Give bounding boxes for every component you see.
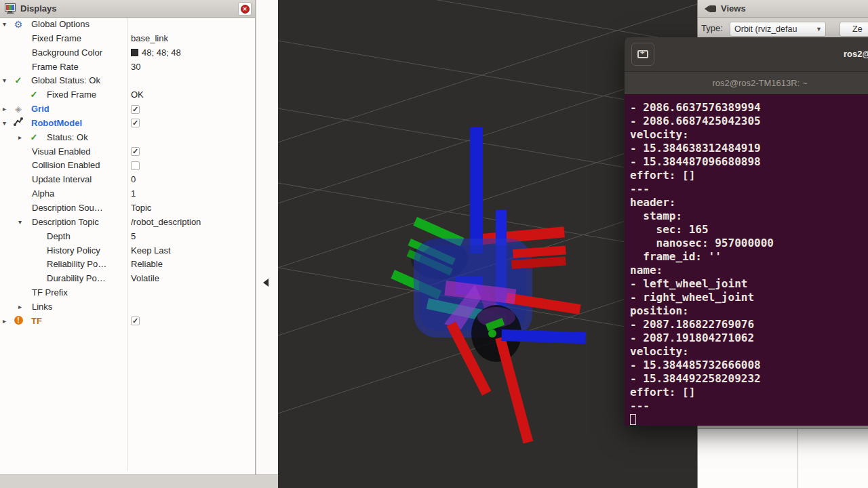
collapse-arrow-icon[interactable]: ▸ [18, 300, 22, 314]
dock-splitter[interactable] [256, 0, 278, 474]
terminal-line: name: [630, 264, 868, 277]
tree-row-tf-prefix[interactable]: TF Prefix [0, 286, 255, 300]
property-value[interactable]: /robot_description [131, 216, 201, 230]
warning-icon: ! [14, 316, 23, 325]
property-label: Background Color [32, 46, 102, 60]
displays-icon [5, 3, 16, 14]
terminal-window-title: ros2@ [844, 37, 868, 71]
property-value[interactable]: 1 [131, 187, 136, 201]
terminal-window: ros2@ ros2@ros2-TM1613R: ~ - 2086.663757… [624, 37, 868, 426]
terminal-line: nanosec: 957000000 [630, 237, 868, 250]
view-type-value: Orbit (rviz_defau [734, 24, 797, 34]
close-displays-button[interactable]: ✕ [238, 2, 252, 16]
expand-arrow-icon[interactable]: ▾ [3, 117, 6, 131]
tree-row-reliability-po-[interactable]: Reliability Po…Reliable [0, 258, 255, 272]
property-value[interactable]: Topic [131, 201, 151, 216]
tree-row-robotmodel[interactable]: ▾RobotModel✓ [0, 117, 255, 131]
tree-row-history-policy[interactable]: History PolicyKeep Last [0, 244, 255, 258]
expand-arrow-icon[interactable]: ▾ [18, 216, 22, 230]
terminal-headerbar[interactable]: ros2@ [625, 37, 868, 71]
tree-row-status-ok[interactable]: ▸✓Status: Ok [0, 131, 255, 145]
property-label: Fixed Frame [32, 32, 81, 46]
close-icon: ✕ [241, 5, 250, 14]
tree-row-grid[interactable]: ▸◈Grid✓ [0, 102, 255, 117]
property-label: TF [31, 314, 42, 329]
terminal-line: header: [630, 196, 868, 209]
property-value[interactable]: 5 [131, 230, 136, 244]
collapse-arrow-icon[interactable]: ▸ [18, 131, 22, 145]
property-value[interactable]: Reliable [131, 258, 163, 272]
tree-row-fixed-frame[interactable]: Fixed Framebase_link [0, 32, 255, 46]
terminal-line: - left_wheel_joint [630, 277, 868, 291]
tree-row-description-sou-[interactable]: Description Sou…Topic [0, 201, 255, 216]
property-label: Depth [47, 230, 71, 244]
collapse-left-arrow-icon[interactable] [263, 279, 269, 287]
displays-tree: ▾⚙Global OptionsFixed Framebase_linkBack… [0, 18, 255, 473]
new-tab-button[interactable] [631, 43, 654, 66]
property-label: Visual Enabled [32, 145, 91, 159]
checkbox[interactable]: ✓ [131, 105, 140, 114]
checkbox[interactable]: ✓ [131, 317, 140, 325]
displays-panel: Displays ✕ ▾⚙Global OptionsFixed Frameba… [0, 0, 256, 474]
checkbox[interactable] [131, 161, 140, 170]
terminal-output[interactable]: - 2086.6637576389994- 2086.6687425042305… [625, 94, 868, 426]
views-type-row: Type: Orbit (rviz_defau ▼ Ze [698, 20, 868, 37]
displays-titlebar: Displays ✕ [0, 0, 255, 18]
tree-row-depth[interactable]: Depth5 [0, 230, 255, 244]
property-label: Global Options [31, 18, 90, 32]
terminal-line: - 2087.186822769076 [630, 318, 868, 331]
tree-row-links[interactable]: ▸Links [0, 300, 255, 314]
property-value[interactable]: OK [131, 88, 144, 102]
property-label: Global Status: Ok [31, 74, 100, 88]
property-label: Update Interval [32, 173, 92, 187]
check-icon: ✓ [15, 75, 22, 85]
tree-row-visual-enabled[interactable]: Visual Enabled✓ [0, 145, 255, 159]
terminal-tab[interactable]: ros2@ros2-TM1613R: ~ [625, 71, 868, 94]
terminal-line: velocity: [630, 345, 868, 359]
new-tab-icon [637, 50, 648, 58]
tree-row-durability-po-[interactable]: Durability Po…Volatile [0, 272, 255, 286]
tree-row-collision-enabled[interactable]: Collision Enabled [0, 159, 255, 173]
check-icon: ✓ [31, 89, 38, 100]
property-label: Fixed Frame [47, 88, 96, 102]
property-value[interactable]: 0 [131, 173, 136, 187]
property-label: RobotModel [31, 117, 82, 131]
terminal-line: --- [630, 182, 868, 196]
checkbox[interactable]: ✓ [131, 147, 140, 156]
tree-row-global-status-ok[interactable]: ▾✓Global Status: Ok [0, 74, 255, 88]
view-type-select[interactable]: Orbit (rviz_defau ▼ [730, 22, 826, 37]
expand-arrow-icon[interactable]: ▾ [3, 18, 6, 32]
terminal-line: frame_id: '' [630, 250, 868, 264]
tree-row-update-interval[interactable]: Update Interval0 [0, 173, 255, 187]
terminal-line: velocity: [630, 128, 868, 142]
collapse-arrow-icon[interactable]: ▸ [3, 314, 6, 329]
tree-row-background-color[interactable]: Background Color48; 48; 48 [0, 46, 255, 60]
tree-row-description-topic[interactable]: ▾Description Topic/robot_description [0, 216, 255, 230]
zero-button[interactable]: Ze [840, 22, 868, 37]
terminal-line: position: [630, 304, 868, 318]
terminal-line: - 15.384638312484919 [630, 142, 868, 155]
view-type-label: Type: [701, 23, 723, 33]
property-value[interactable]: 48; 48; 48 [131, 46, 181, 60]
tree-row-fixed-frame[interactable]: ✓Fixed FrameOK [0, 88, 255, 102]
views-list[interactable] [698, 428, 868, 488]
tree-row-global-options[interactable]: ▾⚙Global Options [0, 18, 255, 32]
property-value[interactable]: base_link [131, 32, 168, 46]
property-value[interactable]: Keep Last [131, 244, 171, 258]
grid-icon: ◈ [15, 104, 22, 114]
tree-row-tf[interactable]: ▸!TF✓ [0, 314, 255, 329]
terminal-line: - 15.384485732666008 [630, 359, 868, 372]
expand-arrow-icon[interactable]: ▾ [3, 74, 6, 88]
collapse-arrow-icon[interactable]: ▸ [3, 102, 6, 117]
terminal-line: - 15.384487096680898 [630, 155, 868, 169]
terminal-cursor [630, 414, 636, 425]
property-value[interactable]: 30 [131, 60, 140, 75]
property-label: Alpha [32, 187, 54, 201]
panel-bottom-strip [0, 474, 278, 488]
tree-row-frame-rate[interactable]: Frame Rate30 [0, 60, 255, 75]
tree-row-alpha[interactable]: Alpha1 [0, 187, 255, 201]
gear-icon: ⚙ [14, 19, 23, 30]
checkbox[interactable]: ✓ [131, 119, 140, 127]
property-value[interactable]: Volatile [131, 272, 159, 286]
displays-panel-title: Displays [20, 3, 56, 14]
